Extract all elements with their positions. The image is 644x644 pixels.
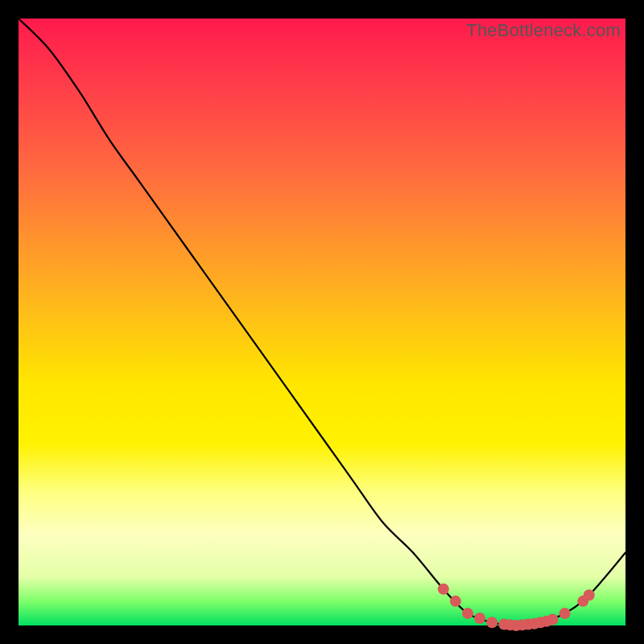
curve-layer xyxy=(19,19,625,625)
bottleneck-curve xyxy=(19,19,625,625)
highlight-dot xyxy=(462,608,473,619)
highlight-dot xyxy=(474,613,485,624)
highlight-dot xyxy=(559,608,571,619)
highlight-dot xyxy=(547,613,559,625)
chart-stage: TheBottleneck.com xyxy=(0,0,644,644)
highlight-dot xyxy=(450,596,461,607)
gradient-plot-area: TheBottleneck.com xyxy=(19,19,625,625)
highlight-dot xyxy=(486,617,497,628)
highlight-dot xyxy=(584,589,595,601)
highlight-dot xyxy=(438,584,449,595)
